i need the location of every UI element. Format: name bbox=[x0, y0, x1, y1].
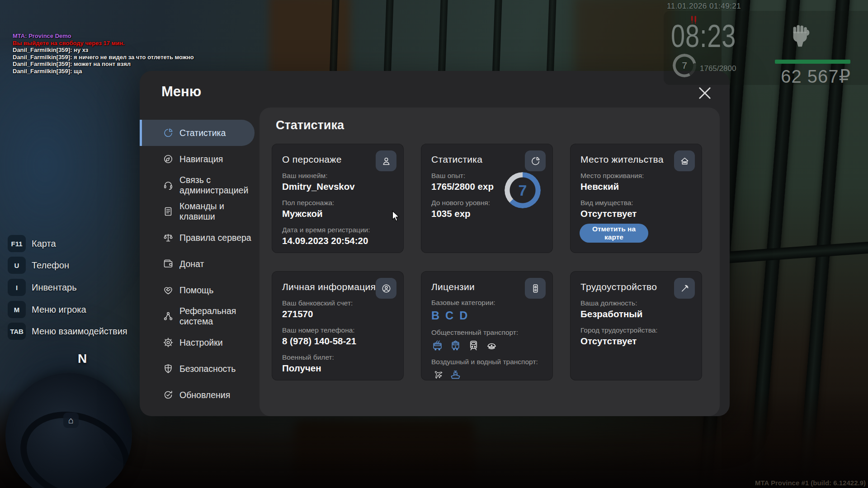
field-label: Место проживания: bbox=[580, 172, 692, 180]
sidebar-item-settings[interactable]: Настройки bbox=[140, 329, 255, 356]
field-label: Вид имущества: bbox=[580, 199, 692, 207]
sidebar-item-updates[interactable]: Обновления bbox=[140, 382, 255, 408]
keybind-label: Меню игрока bbox=[32, 305, 86, 315]
chat-line: Danil_Farmilkin[359]: может на понт взял bbox=[13, 61, 194, 68]
mouse-cursor bbox=[392, 211, 401, 221]
key-badge: M bbox=[8, 301, 26, 318]
sidebar-item-label: Реферальная система bbox=[179, 306, 236, 327]
sidebar-item-label: Настройки bbox=[179, 338, 223, 348]
field: Город трудоустройства: Отсутствует bbox=[580, 326, 692, 347]
pie-chart-icon bbox=[525, 150, 546, 171]
sidebar-item-donate[interactable]: Донат bbox=[140, 251, 255, 277]
close-icon[interactable] bbox=[698, 86, 712, 100]
sidebar-item-label: Безопасность bbox=[179, 364, 236, 374]
tram-icon bbox=[449, 339, 462, 352]
key-badge: I bbox=[8, 279, 26, 296]
heart-handshake-icon bbox=[163, 285, 174, 296]
sidebar-item-navigation[interactable]: Навигация bbox=[140, 146, 255, 172]
wallet-icon bbox=[163, 258, 174, 269]
field-label: Пол персонажа: bbox=[282, 199, 393, 207]
trolleybus-icon bbox=[431, 339, 443, 352]
field: Ваша должность: Безработный bbox=[580, 299, 692, 319]
train-icon bbox=[467, 339, 480, 352]
field: Вид имущества: Отсутствует bbox=[580, 199, 692, 219]
field-value: 1035 exp bbox=[431, 208, 542, 219]
card-about-character: О персонаже Ваш никнейм: Dmitry_Nevskov … bbox=[272, 144, 404, 253]
field: Ваш банковский счет: 271570 bbox=[282, 299, 393, 319]
field: Дата и время регистрации: 14.09.2023 20:… bbox=[282, 226, 393, 246]
plane-icon bbox=[431, 369, 443, 381]
field: Военный билет: Получен bbox=[282, 353, 393, 374]
network-icon bbox=[163, 311, 174, 322]
north-indicator: N bbox=[78, 352, 87, 366]
minimap-road bbox=[8, 397, 132, 488]
card-residence: Место жительства Место проживания: Невск… bbox=[570, 144, 702, 253]
keybind-phone: U Телефон bbox=[8, 257, 69, 274]
sidebar-item-label: Навигация bbox=[179, 154, 223, 164]
field-label: Дата и время регистрации: bbox=[282, 226, 393, 234]
field: Ваш никнейм: Dmitry_Nevskov bbox=[282, 172, 393, 192]
field-value: Отсутствует bbox=[580, 208, 692, 219]
sidebar-item-label: Правила сервера bbox=[179, 233, 251, 243]
field-value: 14.09.2023 20:54:20 bbox=[282, 235, 393, 246]
chat-line: Danil_Farmilkin[359]: я ничего не видел … bbox=[13, 54, 194, 61]
chat-log: MTA: Province Demo Вы выйдете на свободу… bbox=[13, 33, 194, 75]
pickaxe-icon bbox=[674, 278, 695, 299]
sidebar-item-label: Помощь bbox=[179, 285, 213, 296]
shield-icon bbox=[163, 363, 174, 374]
person-circle-icon bbox=[376, 278, 396, 299]
menu-title: Меню bbox=[161, 84, 201, 100]
update-icon bbox=[163, 389, 174, 400]
ship-icon bbox=[449, 369, 462, 381]
headset-icon bbox=[163, 180, 174, 191]
sidebar-item-help[interactable]: Помощь bbox=[140, 277, 255, 303]
air-water-licenses bbox=[431, 369, 542, 381]
field: Место проживания: Невский bbox=[580, 172, 692, 192]
key-badge: F11 bbox=[8, 235, 26, 252]
field-value: Отсутствует bbox=[580, 336, 692, 347]
field-label: Общественный транспорт: bbox=[431, 328, 542, 337]
document-icon bbox=[163, 206, 174, 217]
chat-line: Danil_Farmilkin[359]: ну хз bbox=[13, 47, 194, 54]
field: Пол персонажа: Мужской bbox=[282, 199, 393, 219]
keybind-interaction-menu: TAB Меню взаимодействия bbox=[8, 323, 127, 340]
chat-line: Danil_Farmilkin[359]: ща bbox=[13, 68, 194, 75]
field-value: Мужской bbox=[282, 208, 393, 219]
license-category: C bbox=[445, 309, 453, 322]
license-categories: B C D bbox=[431, 309, 542, 322]
scene-door bbox=[574, 0, 674, 77]
sidebar-item-admin-contact[interactable]: Связь с администрацией bbox=[140, 172, 255, 198]
menu-sidebar: Статистика Навигация Связь с администрац… bbox=[140, 120, 259, 408]
gear-icon bbox=[163, 337, 174, 348]
field-value: Безработный bbox=[580, 309, 692, 319]
keybind-label: Меню взаимодействия bbox=[32, 326, 127, 337]
card-employment: Трудоустройство Ваша должность: Безработ… bbox=[570, 271, 702, 380]
menu-content: Статистика О персонаже Ваш никнейм: Dmit… bbox=[259, 108, 720, 416]
pie-chart-icon bbox=[163, 127, 174, 138]
license-category: B bbox=[431, 309, 439, 322]
sidebar-item-commands-keys[interactable]: Команды и клавиши bbox=[140, 198, 255, 225]
field-value: Получен bbox=[282, 363, 393, 374]
mark-on-map-button[interactable]: Отметить на карте bbox=[580, 224, 648, 243]
captain-hat-icon bbox=[486, 339, 498, 352]
keybind-label: Карта bbox=[32, 239, 56, 249]
keybind-map: F11 Карта bbox=[8, 235, 56, 252]
license-category: D bbox=[459, 309, 467, 322]
server-watermark: MTA Province #1 (build: 6.12422.9) bbox=[755, 479, 866, 487]
key-badge: U bbox=[8, 257, 26, 274]
scales-icon bbox=[163, 232, 174, 243]
field-value: Невский bbox=[580, 181, 692, 192]
field-label: Воздушный и водный транспорт: bbox=[431, 358, 542, 366]
menu-window: Меню Статистика Навигация Связь с админи… bbox=[140, 71, 730, 416]
field-value: 8 (978) 140-58-21 bbox=[282, 336, 393, 347]
public-transport-licenses bbox=[431, 339, 542, 352]
sidebar-item-server-rules[interactable]: Правила сервера bbox=[140, 225, 255, 251]
sidebar-item-referral[interactable]: Реферальная система bbox=[140, 303, 255, 329]
field-label: Базовые категории: bbox=[431, 299, 542, 307]
card-statistics: Статистика Ваш опыт: 1765/2800 exp До но… bbox=[421, 144, 553, 253]
sidebar-item-statistics[interactable]: Статистика bbox=[140, 120, 255, 146]
card-licenses: Лицензии Базовые категории: B C D Общест… bbox=[421, 271, 553, 380]
card-personal-info: Личная информация Ваш банковский счет: 2… bbox=[272, 271, 404, 380]
sidebar-item-security[interactable]: Безопасность bbox=[140, 356, 255, 382]
field-label: Ваш банковский счет: bbox=[282, 299, 393, 307]
